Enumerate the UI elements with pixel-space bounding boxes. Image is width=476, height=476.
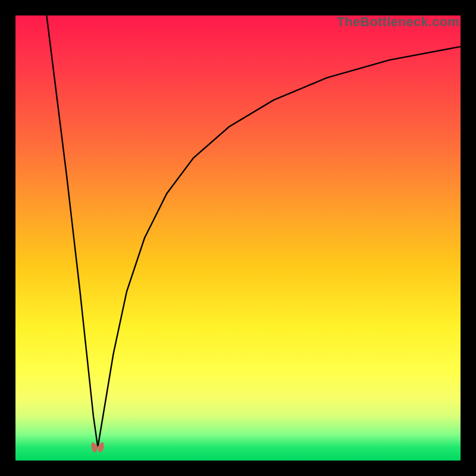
plot-area: TheBottleneck.com bbox=[15, 15, 461, 461]
optimum-marker-icon bbox=[89, 441, 106, 454]
chart-frame: TheBottleneck.com bbox=[0, 0, 476, 476]
bottleneck-curve bbox=[15, 15, 461, 461]
